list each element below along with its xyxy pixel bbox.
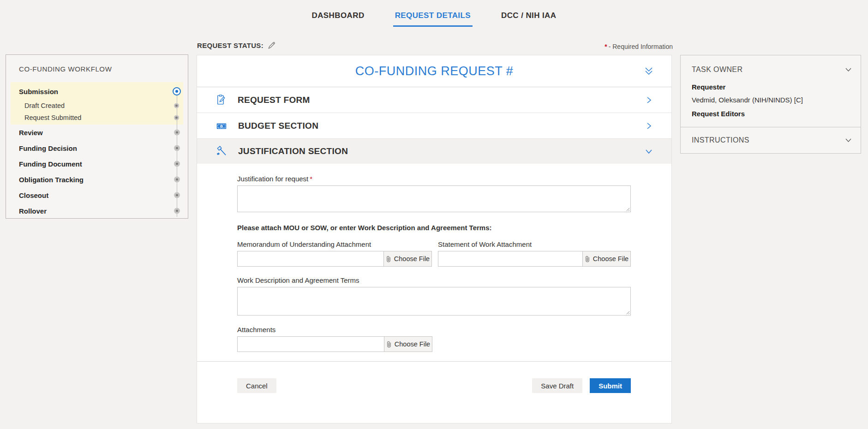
workflow-step-submission[interactable]: Submission	[11, 83, 183, 100]
workflow-step-closeout[interactable]: Closeout	[6, 187, 188, 203]
actions-divider	[197, 361, 671, 362]
section-request-form[interactable]: REQUEST FORM	[197, 87, 671, 113]
section-justification[interactable]: JUSTIFICATION SECTION	[197, 139, 671, 164]
choose-file-label: Choose File	[394, 255, 430, 262]
justification-form: Justification for request* Please attach…	[197, 164, 671, 352]
task-owner-header[interactable]: TASK OWNER	[692, 66, 850, 74]
choose-file-label: Choose File	[395, 340, 430, 348]
workflow-step-label: Draft Created	[24, 102, 65, 109]
mou-attachment-label: Memorandum of Understanding Attachment	[237, 240, 432, 248]
pending-step-dot-icon	[174, 208, 180, 214]
request-panel-header: CO-FUNDING REQUEST #	[197, 55, 671, 87]
mou-file-input[interactable]	[238, 251, 383, 266]
workflow-step-review[interactable]: Review	[6, 125, 188, 140]
pending-step-dot-icon	[174, 115, 179, 120]
section-label: JUSTIFICATION SECTION	[238, 146, 348, 156]
co-funding-request-panel: CO-FUNDING REQUEST # REQUEST FORM BUDGET…	[197, 55, 672, 423]
cancel-button[interactable]: Cancel	[237, 378, 276, 393]
chevron-down-icon[interactable]	[844, 66, 852, 75]
budget-money-icon	[216, 120, 227, 132]
paperclip-icon	[386, 341, 392, 348]
attachments-file-control: Choose File	[237, 336, 432, 352]
sow-attachment-label: Statement of Work Attachment	[438, 240, 631, 248]
sow-file-control: Choose File	[438, 251, 631, 267]
tab-request-details[interactable]: REQUEST DETAILS	[393, 11, 473, 27]
attachments-label: Attachments	[237, 326, 631, 334]
sow-file-input[interactable]	[438, 251, 582, 266]
pending-step-dot-icon	[174, 130, 180, 136]
justification-textarea[interactable]	[237, 185, 631, 212]
requester-value: Vedmid, Oleksandr (NIH/NINDS) [C]	[692, 96, 850, 104]
choose-file-label: Choose File	[593, 255, 629, 262]
save-draft-button[interactable]: Save Draft	[532, 378, 582, 393]
attachments-choose-file-button[interactable]: Choose File	[384, 337, 432, 352]
workflow-current-phase-highlight: Submission Draft Created Request Submitt…	[11, 82, 183, 125]
work-description-textarea[interactable]	[237, 287, 631, 316]
chevron-right-icon	[645, 96, 653, 104]
section-label: BUDGET SECTION	[238, 121, 318, 131]
required-asterisk: *	[310, 175, 312, 183]
request-title: CO-FUNDING REQUEST #	[355, 64, 514, 78]
top-tab-bar: DASHBOARD REQUEST DETAILS DCC / NIH IAA	[0, 0, 868, 27]
request-status-label: REQUEST STATUS:	[197, 42, 263, 49]
workflow-step-obligation-tracking[interactable]: Obligation Tracking	[6, 172, 188, 187]
workflow-step-label: Request Submitted	[24, 114, 81, 121]
chevron-down-icon[interactable]	[844, 136, 852, 146]
required-asterisk: *	[605, 43, 607, 50]
tab-dashboard[interactable]: DASHBOARD	[310, 11, 366, 27]
pending-step-dot-icon	[174, 161, 180, 167]
workflow-step-funding-decision[interactable]: Funding Decision	[6, 140, 188, 156]
workflow-step-label: Closeout	[19, 191, 48, 199]
workflow-step-label: Obligation Tracking	[19, 176, 84, 184]
instructions-header[interactable]: INSTRUCTIONS	[692, 136, 850, 144]
required-note-text: - Required Information	[609, 43, 673, 50]
sow-choose-file-button[interactable]: Choose File	[582, 251, 630, 266]
justification-gavel-icon	[216, 145, 227, 157]
label-text: Justification for request	[237, 175, 308, 183]
workflow-step-rollover[interactable]: Rollover	[6, 203, 188, 219]
request-status-row: REQUEST STATUS:	[197, 42, 275, 49]
section-budget[interactable]: BUDGET SECTION	[197, 113, 671, 139]
task-owner-section: TASK OWNER Requester Vedmid, Oleksandr (…	[681, 55, 861, 127]
justification-field-label: Justification for request*	[237, 175, 631, 183]
collapse-all-double-chevron-icon[interactable]	[644, 66, 654, 78]
paperclip-icon	[386, 256, 391, 262]
attachments-file-input[interactable]	[238, 337, 384, 352]
pending-step-dot-icon	[174, 103, 179, 108]
instructions-section: INSTRUCTIONS	[681, 127, 861, 153]
requester-label: Requester	[692, 83, 850, 91]
co-funding-workflow-panel: CO-FUNDING WORKFLOW Submission Draft Cre…	[6, 54, 188, 219]
workflow-step-label: Review	[19, 129, 43, 137]
workflow-step-label: Funding Document	[19, 160, 82, 168]
request-form-icon	[216, 94, 227, 106]
mou-choose-file-button[interactable]: Choose File	[383, 251, 431, 266]
workflow-step-label: Funding Decision	[19, 144, 77, 152]
submit-button[interactable]: Submit	[590, 378, 631, 393]
workflow-panel-title: CO-FUNDING WORKFLOW	[19, 65, 188, 73]
pending-step-dot-icon	[174, 192, 180, 198]
chevron-right-icon	[645, 122, 653, 130]
edit-status-pencil-icon[interactable]	[268, 42, 275, 49]
workflow-step-funding-document[interactable]: Funding Document	[6, 156, 188, 172]
current-step-radio-icon	[173, 87, 181, 95]
right-sidebar: TASK OWNER Requester Vedmid, Oleksandr (…	[680, 55, 861, 154]
workflow-step-request-submitted[interactable]: Request Submitted	[11, 112, 183, 124]
attach-instruction-note: Please attach MOU or SOW, or enter Work …	[237, 224, 631, 232]
workflow-step-draft-created[interactable]: Draft Created	[11, 100, 183, 112]
paperclip-icon	[585, 256, 590, 262]
request-editors-label: Request Editors	[692, 110, 850, 118]
workflow-step-label: Rollover	[19, 207, 47, 215]
tab-dcc-nih-iaa[interactable]: DCC / NIH IAA	[499, 11, 558, 27]
mou-file-control: Choose File	[237, 251, 432, 267]
form-actions: Cancel Save Draft Submit	[237, 378, 631, 393]
section-label: REQUEST FORM	[238, 95, 310, 105]
workflow-step-label: Submission	[19, 88, 58, 95]
pending-step-dot-icon	[174, 177, 180, 183]
work-description-label: Work Description and Agreement Terms	[237, 276, 631, 284]
pending-step-dot-icon	[174, 145, 180, 151]
required-information-note: *- Required Information	[605, 43, 673, 50]
chevron-down-icon	[645, 147, 653, 155]
